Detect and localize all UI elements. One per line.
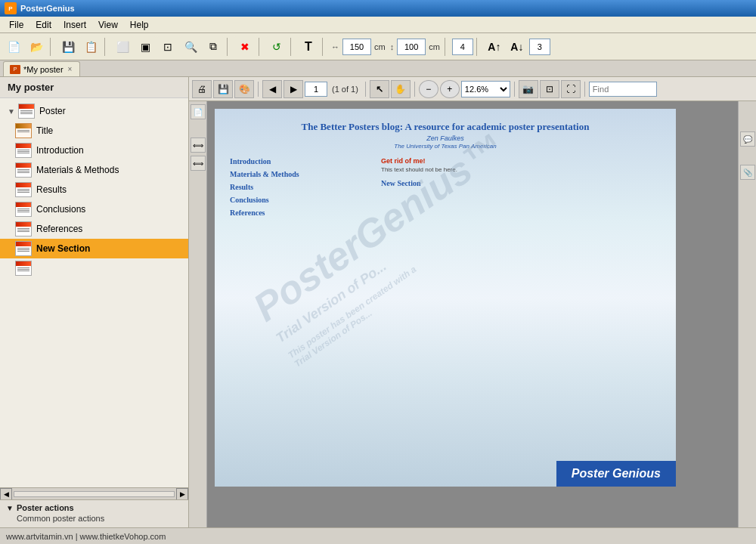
nav-sep-4 bbox=[514, 82, 515, 97]
common-poster-actions[interactable]: Common poster actions bbox=[6, 512, 182, 524]
width-unit: cm bbox=[373, 42, 387, 51]
tab-poster-icon: P bbox=[10, 65, 20, 74]
zoom-fit-button[interactable]: 🔍 bbox=[180, 36, 201, 57]
menu-edit[interactable]: Edit bbox=[29, 18, 57, 32]
extra-page-icon bbox=[15, 261, 32, 276]
width-icon: ↔ bbox=[331, 42, 339, 51]
left-tool-3[interactable]: ⟺ bbox=[191, 156, 206, 171]
right-tools: 💬 📎 bbox=[738, 101, 756, 527]
width-input[interactable]: 150 bbox=[342, 39, 371, 55]
tree-toggle-poster[interactable]: ▼ bbox=[6, 106, 17, 116]
actions-arrow-icon: ▼ bbox=[6, 504, 14, 512]
tree-label-results: Results bbox=[36, 184, 67, 195]
poster-bottom-banner: Poster Genious bbox=[556, 461, 676, 487]
hscroll-track[interactable] bbox=[14, 491, 175, 497]
save-nav-button[interactable]: 💾 bbox=[213, 80, 233, 98]
menu-view[interactable]: View bbox=[92, 18, 124, 32]
actions-title: Poster actions bbox=[17, 503, 74, 512]
poster-toc-results[interactable]: Results bbox=[230, 183, 366, 191]
poster-tab[interactable]: P *My poster × bbox=[3, 61, 80, 76]
tree-item-materials[interactable]: Materials & Methods bbox=[0, 160, 188, 180]
open-button[interactable]: 📂 bbox=[26, 36, 47, 57]
fit-button[interactable]: ⊡ bbox=[540, 80, 559, 98]
zoom-out-nav-button[interactable]: − bbox=[419, 80, 438, 98]
hscroll-left[interactable]: ◀ bbox=[0, 488, 12, 500]
poster-toc-conclusions[interactable]: Conclusions bbox=[230, 196, 366, 204]
poster-actions: ▼ Poster actions Common poster actions bbox=[0, 499, 188, 527]
next-page-button[interactable]: ▶ bbox=[284, 80, 303, 98]
save-as-button[interactable]: 📋 bbox=[80, 36, 101, 57]
poster-toc-materials[interactable]: Materials & Methods bbox=[230, 170, 366, 178]
page-setup-button[interactable]: ⬜ bbox=[112, 36, 133, 57]
status-text: www.artvitamin.vn | www.thietkeVohop.com bbox=[6, 532, 166, 541]
poster-title: The Better Posters blog: A resource for … bbox=[230, 121, 661, 133]
tree-label-conclusions: Conclusions bbox=[36, 204, 85, 215]
poster-new-section: New Section bbox=[381, 179, 661, 187]
content-row: 📄 ⟺ ⟺ The Better Posters blog: A resourc… bbox=[189, 101, 756, 527]
tab-bar: P *My poster × bbox=[0, 60, 756, 77]
tree-item-new-section[interactable]: New Section bbox=[0, 239, 188, 258]
results-page-icon bbox=[15, 182, 32, 197]
get-rid-title: Get rid of me! bbox=[381, 157, 661, 165]
title-bar: P PosterGenius bbox=[0, 0, 756, 17]
tree-item-results[interactable]: Results bbox=[0, 180, 188, 199]
font-decrease-button[interactable]: A↓ bbox=[507, 36, 528, 57]
zoom-in-nav-button[interactable]: + bbox=[440, 80, 460, 98]
poster-toc-references[interactable]: References bbox=[230, 209, 366, 217]
hscroll-right[interactable]: ▶ bbox=[176, 488, 188, 500]
refresh-button[interactable]: ↺ bbox=[266, 36, 287, 57]
left-tool-2[interactable]: ⟺ bbox=[191, 138, 206, 153]
left-tool-1[interactable]: 📄 bbox=[191, 104, 206, 119]
height-input[interactable]: 100 bbox=[397, 39, 426, 55]
app-icon: P bbox=[5, 2, 17, 14]
tab-close-button[interactable]: × bbox=[67, 65, 74, 73]
page-layout-button[interactable]: ⊡ bbox=[157, 36, 178, 57]
tree-item-extra[interactable] bbox=[0, 258, 188, 278]
tree-item-poster[interactable]: ▼ Poster bbox=[0, 101, 188, 121]
poster-body: Introduction Materials & Methods Results… bbox=[230, 157, 661, 221]
poster-right-col: Get rid of me! This text should not be h… bbox=[381, 157, 661, 221]
tree-item-title[interactable]: Title bbox=[0, 121, 188, 141]
poster-canvas-wrap[interactable]: The Better Posters blog: A resource for … bbox=[207, 101, 738, 527]
text-tool-button[interactable]: T bbox=[298, 36, 319, 57]
search-input[interactable] bbox=[589, 82, 657, 97]
template-button[interactable]: ⧉ bbox=[203, 36, 224, 57]
tree-item-introduction[interactable]: Introduction bbox=[0, 141, 188, 160]
color-button[interactable]: 🎨 bbox=[234, 80, 254, 98]
right-tool-clip[interactable]: 📎 bbox=[740, 165, 755, 180]
tree-label-introduction: Introduction bbox=[36, 145, 84, 156]
tree-label-title: Title bbox=[36, 125, 53, 136]
tree-area: ▼ Poster Title bbox=[0, 98, 188, 487]
print-button[interactable]: 🖨 bbox=[192, 80, 212, 98]
tree-item-references[interactable]: References bbox=[0, 219, 188, 239]
cursor-tool-button[interactable]: ↖ bbox=[370, 80, 389, 98]
tree-label-references: References bbox=[36, 224, 82, 234]
font-size-input[interactable] bbox=[529, 39, 550, 55]
page-number-input[interactable]: 1 bbox=[305, 82, 327, 97]
menu-file[interactable]: File bbox=[3, 18, 29, 32]
zoom-dropdown[interactable]: 12.6% 25% 50% 100% bbox=[461, 81, 510, 97]
tab-label: *My poster bbox=[23, 65, 64, 74]
cols-input[interactable]: 4 bbox=[452, 39, 473, 55]
poster-author: Zen Faulkes bbox=[230, 134, 661, 142]
save-button[interactable]: 💾 bbox=[57, 36, 79, 57]
nav-sep-3 bbox=[414, 82, 415, 97]
poster-canvas: The Better Posters blog: A resource for … bbox=[215, 109, 676, 487]
right-tool-chat[interactable]: 💬 bbox=[740, 131, 755, 147]
camera-button[interactable]: 📷 bbox=[519, 80, 538, 98]
new-button[interactable]: 📄 bbox=[3, 36, 24, 57]
hand-tool-button[interactable]: ✋ bbox=[391, 80, 411, 98]
prev-page-button[interactable]: ◀ bbox=[262, 80, 282, 98]
menu-insert[interactable]: Insert bbox=[57, 18, 92, 32]
sidebar-title: My poster bbox=[0, 77, 188, 98]
tree-item-conclusions[interactable]: Conclusions bbox=[0, 199, 188, 219]
menu-help[interactable]: Help bbox=[124, 18, 155, 32]
nav-sep-5 bbox=[584, 82, 585, 97]
font-increase-button[interactable]: A↑ bbox=[484, 36, 505, 57]
poster-toc-introduction[interactable]: Introduction bbox=[230, 157, 366, 165]
poster-actions-header[interactable]: ▼ Poster actions bbox=[6, 503, 182, 512]
expand-button[interactable]: ⛶ bbox=[561, 80, 581, 98]
page-view-button[interactable]: ▣ bbox=[135, 36, 156, 57]
delete-button[interactable]: ✖ bbox=[234, 36, 256, 57]
get-rid-sub: This text should not be here. bbox=[381, 166, 661, 173]
